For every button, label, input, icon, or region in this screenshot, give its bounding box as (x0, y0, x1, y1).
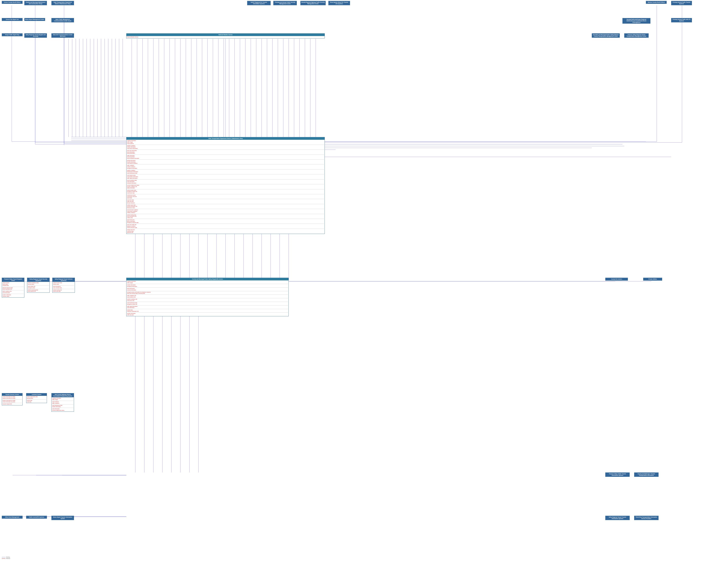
national-weather-content: National Weather Service (126, 36, 325, 38)
ada-county-highway-node: Ada County Highway District Consolidated… (51, 393, 74, 412)
washoe-multimodal-node: Scientific and Municipal Public Safety W… (592, 33, 620, 38)
other-event-node: Other Event Management (2, 516, 23, 519)
state-dot-comm-mccann-header: State DOT Communications Center (McCann) (52, 34, 74, 38)
regional-multimodal-node: Nevada/California/Oregon Regional Multim… (622, 18, 650, 24)
valley-regional-transit-header: Valley Regional Transit (English and DeC… (25, 34, 47, 38)
carson-county-header: Carson County Sheriff Offices (2, 1, 22, 4)
treasure-valley-virtual-node: Treasure Valley Regional Virtual Transpo… (624, 33, 649, 38)
county-municipal-maintenance-node: County and Municipal Maintenance and Con… (24, 1, 47, 5)
treasure-valley-virtual-header: Treasure Valley Regional Virtual Transpo… (624, 34, 648, 38)
regional-highway-node: Nevada Regional Highway Traffic Security… (300, 1, 326, 5)
legend-existing: Existing (6, 557, 10, 558)
valley-regional-vehicles-content: vehicle location data vehicle status tra… (53, 282, 75, 292)
carson-signal-lab-node: Carson City Signal Lab (2, 18, 23, 21)
county-municipal-public-safety-node: County and Municipal Public Safety Dispa… (126, 278, 289, 316)
main-center-header: State Transportation Department District… (126, 137, 325, 140)
state-transportation-d3-node: State Transportation Department District… (51, 1, 74, 5)
ada-county-highway-header: Ada County Highway District Consolidated… (52, 393, 74, 397)
boise-airport-info-node: Boise Airport Traveler Information Syste… (51, 516, 74, 520)
county-municipal-public-safety-header: County and Municipal Public Safety Dispa… (126, 278, 288, 281)
traveler-service-node: Traveler Service Centers contact informa… (2, 393, 23, 405)
traffic-control-header: Traffic Control/ITS Systems (26, 516, 47, 518)
county-911-node: County 911 Centers (605, 278, 628, 281)
main-center-node: State Transportation Department District… (126, 137, 325, 234)
valley-regional-vehicles-node: Valley Regional Transit Vehicles (System… (52, 278, 75, 293)
valley-regional-security-node: Valley Regional Transit Security (System… (27, 278, 50, 293)
traveler-service-content: contact information for public request i… (2, 396, 22, 405)
freeway-arterial-header: Freeway and Arterial Traffic Security Ma… (274, 1, 297, 5)
boise-airport-info-header: Boise Airport Traveler Information Syste… (52, 516, 74, 520)
legend: Existing Planned (2, 556, 10, 559)
private-utilities-header: Private Utilities (643, 278, 662, 281)
other-event-header: Other Event Management (2, 516, 22, 518)
boise-airport-mgmt-header: Boise Airport Management Center (25, 18, 45, 21)
legend-planned: Planned (6, 558, 10, 559)
treasure-valley-traveler-header: Treasure Valley Traffic Traveler Informa… (605, 473, 629, 477)
valley-regional-transit-info-node: Valley Regional Transit Traveler Informa… (605, 516, 630, 520)
ada-county-highway-content: roadway information traffic images road … (52, 397, 74, 411)
landside-system-header: Landside System (26, 393, 47, 396)
washoe-county-node: Washoe County Sheriff Offices (646, 1, 667, 4)
freeway-arterial-node: Freeway and Arterial Traffic Security Ma… (273, 1, 297, 5)
valley-regional-transit-node: Valley Regional Transit (English and DeC… (24, 33, 47, 38)
freeway-traveler-node: Freeway Arterial Traffic Traveler System… (671, 1, 692, 5)
valley-regional-vehicles-header: Valley Regional Transit Vehicles (System… (53, 278, 75, 282)
state-dot-communications-node: Idaho Traffic Management Communications … (51, 18, 74, 22)
valley-regional-transit-info-header: Valley Regional Transit Traveler Informa… (605, 516, 629, 520)
reno-sparks-511-header: Reno-Sparks-Tahoe 511 Traveler Info Syst… (329, 1, 350, 5)
treasure-valley-traveler-node: Treasure Valley Traffic Traveler Informa… (605, 472, 630, 477)
third-party-transport-node: Third-Party Transportation Information S… (634, 516, 659, 520)
state-dot-comm-mccann-node: State DOT Communications Center (McCann) (51, 33, 74, 38)
valley-regional-security-header: Valley Regional Transit Security (System… (27, 278, 49, 282)
washoe-county-header: Washoe County Sheriff Offices (646, 1, 666, 4)
traveler-service-header: Traveler Service Centers (2, 393, 22, 396)
third-party-transport-header: Third-Party Transportation Information S… (634, 516, 658, 520)
main-center-content: roadway information traffic images road … (126, 140, 325, 234)
state-transportation-d3-header: State Transportation Department District… (52, 1, 74, 5)
treasure-valley-dispatch-node: Treasure Valley Transit Dispatch Center … (2, 278, 24, 297)
nvdot-511-header: NvDOT Regional 511 Traveler Information … (247, 1, 270, 5)
landside-system-node: Landside System vehicle approaches data … (26, 393, 47, 403)
treasure-valley-dispatch-header: Treasure Valley Transit Dispatch Center (2, 278, 24, 282)
regional-multimodal-header: Nevada/California/Oregon Regional Multim… (623, 18, 650, 23)
freeway-traveler-header: Freeway Arterial Traffic Traveler System… (671, 1, 692, 5)
county-municipal-maintenance-header: County and Municipal Maintenance and Con… (25, 1, 47, 5)
carson-county-node: Carson County Sheriff Offices (2, 1, 23, 4)
tampa-signal-stop-header: Tampa Traffic Signal Stop (2, 34, 22, 36)
washoe-multimodal-header: Scientific and Municipal Public Safety W… (592, 34, 620, 38)
freeway-arterial2-node: Freeway Arterial Traffic with ITS System… (671, 18, 692, 22)
valley-regional-security-content: vehicle surveillance data security statu… (27, 282, 49, 292)
county-municipal-traveler-node: County and Multi-Spec Traveler Transport… (634, 472, 659, 477)
carson-signal-lab-header: Carson City Signal Lab (2, 18, 22, 21)
freeway-arterial2-header: Freeway Arterial Traffic with ITS System… (671, 18, 692, 22)
regional-highway-header: Nevada Regional Highway Traffic Security… (301, 1, 325, 5)
tampa-signal-stop-node: Tampa Traffic Signal Stop (2, 33, 23, 36)
national-weather-header: National Weather Service (126, 34, 325, 36)
treasure-valley-dispatch-content: vehicle location transit status schedule… (2, 282, 24, 297)
reno-sparks-511-node: Reno-Sparks-Tahoe 511 Traveler Info Syst… (328, 1, 350, 5)
county-911-header: County 911 Centers (605, 278, 628, 281)
county-municipal-public-safety-content: roadway information traffic images incid… (126, 281, 288, 316)
county-municipal-traveler-header: County and Multi-Spec Traveler Transport… (634, 473, 658, 477)
private-utilities-node: Private Utilities (643, 278, 662, 281)
boise-airport-mgmt-node: Boise Airport Management Center (24, 18, 45, 21)
national-weather-node: National Weather Service National Weathe… (126, 33, 325, 38)
landside-system-content: vehicle approaches data parking status v… (26, 396, 47, 403)
state-dot-communications-header: Idaho Traffic Management Communications … (52, 18, 74, 22)
nvdot-511-node: NvDOT Regional 511 Traveler Information … (247, 1, 271, 5)
traffic-control-node: Traffic Control/ITS Systems (26, 516, 47, 519)
